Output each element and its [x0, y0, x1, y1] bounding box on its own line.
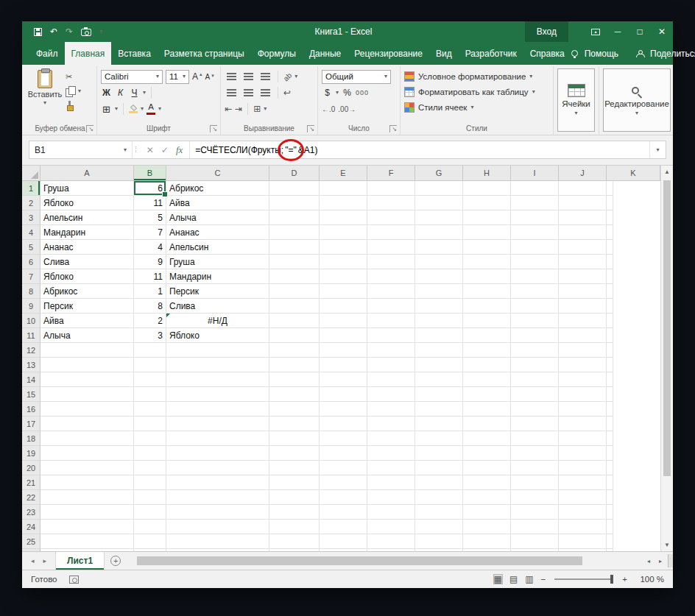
font-name-dropdown-icon[interactable]: ▾ [156, 74, 159, 79]
cell-C15[interactable] [166, 387, 269, 402]
cell-H3[interactable] [463, 210, 511, 225]
cell-G9[interactable] [415, 299, 463, 314]
cell-F24[interactable] [367, 520, 415, 534]
name-box[interactable]: B1 ▾ [29, 141, 133, 158]
cell-J16[interactable] [559, 402, 607, 417]
cell-K4[interactable] [607, 225, 613, 240]
cell-B21[interactable] [134, 475, 166, 490]
row-header-2[interactable]: 2 [22, 196, 40, 210]
cell-K13[interactable] [607, 358, 613, 372]
cell-J12[interactable] [559, 343, 607, 358]
cell-B20[interactable] [134, 461, 166, 475]
cell-G26[interactable] [415, 549, 463, 551]
cell-E22[interactable] [320, 490, 367, 505]
cell-D22[interactable] [269, 490, 320, 505]
page-layout-view-icon[interactable]: ▤ [509, 575, 518, 584]
cell-G1[interactable] [415, 181, 463, 196]
cell-E11[interactable] [320, 328, 367, 343]
font-size-combo[interactable]: 11 ▾ [166, 70, 189, 84]
paste-button[interactable]: Вставить ▾ [27, 68, 63, 112]
row-header-15[interactable]: 15 [22, 387, 40, 402]
cell-H1[interactable] [463, 181, 511, 196]
cell-B2[interactable]: 11 [134, 196, 166, 210]
cell-B1[interactable]: 6 [134, 181, 166, 196]
cell-K19[interactable] [607, 446, 613, 461]
cell-K17[interactable] [607, 417, 613, 431]
scroll-up-icon[interactable]: ▲ [661, 166, 673, 178]
cell-E8[interactable] [320, 284, 367, 299]
cell-C8[interactable]: Персик [166, 284, 269, 299]
cell-B22[interactable] [134, 490, 166, 505]
cell-I15[interactable] [511, 387, 559, 402]
cell-B10[interactable]: 2 [134, 314, 166, 328]
ribbon-tab-9[interactable]: Справка [523, 42, 571, 65]
row-header-12[interactable]: 12 [22, 343, 40, 358]
row-header-16[interactable]: 16 [22, 402, 40, 417]
font-size-dropdown-icon[interactable]: ▾ [183, 74, 186, 79]
thousands-separator-button[interactable]: 000 [356, 89, 369, 96]
formula-bar-drag-handle[interactable]: ⁞ [133, 146, 140, 154]
cell-B25[interactable] [134, 534, 166, 549]
cell-I19[interactable] [511, 446, 559, 461]
cell-H15[interactable] [463, 387, 511, 402]
minimize-button[interactable]: ─ [607, 21, 629, 42]
cell-J18[interactable] [559, 431, 607, 446]
ribbon-tab-1[interactable]: Главная [65, 42, 112, 65]
cell-A19[interactable] [40, 446, 134, 461]
cell-F5[interactable] [367, 240, 415, 255]
cell-B18[interactable] [134, 431, 166, 446]
cell-B23[interactable] [134, 505, 166, 520]
cell-H20[interactable] [463, 461, 511, 475]
cell-K9[interactable] [607, 299, 613, 314]
row-header-13[interactable]: 13 [22, 358, 40, 372]
cell-E6[interactable] [320, 255, 367, 269]
cell-A6[interactable]: Слива [40, 255, 134, 269]
cell-G3[interactable] [415, 210, 463, 225]
cell-I26[interactable] [511, 549, 559, 551]
cell-G20[interactable] [415, 461, 463, 475]
cell-A3[interactable]: Апельсин [40, 210, 134, 225]
cell-H19[interactable] [463, 446, 511, 461]
cell-D21[interactable] [269, 475, 320, 490]
cell-K26[interactable] [607, 549, 613, 551]
cell-I10[interactable] [511, 314, 559, 328]
cell-B24[interactable] [134, 520, 166, 534]
insert-function-icon[interactable]: fx [176, 144, 183, 156]
row-header-21[interactable]: 21 [22, 475, 40, 490]
cell-I12[interactable] [511, 343, 559, 358]
underline-dropdown-icon[interactable]: ▾ [143, 90, 146, 96]
cell-A13[interactable] [40, 358, 134, 372]
cell-C1[interactable]: Абрикос [166, 181, 269, 196]
column-header-C[interactable]: C [166, 166, 269, 180]
wrap-text-icon[interactable]: ↩ [283, 88, 291, 98]
qat-customize-icon[interactable]: ▾ [99, 29, 102, 35]
scroll-left-icon[interactable]: ◂ [643, 558, 655, 564]
currency-format-button[interactable]: $ [322, 88, 333, 97]
cell-J22[interactable] [559, 490, 607, 505]
cell-F9[interactable] [367, 299, 415, 314]
cell-D13[interactable] [269, 358, 320, 372]
column-header-K[interactable]: K [607, 166, 660, 180]
formula-input[interactable]: =СЧЁТЕСЛИ(Фрукты;"="&A1) [190, 145, 649, 155]
cell-J13[interactable] [559, 358, 607, 372]
undo-icon[interactable]: ↶ [50, 27, 57, 36]
cell-E16[interactable] [320, 402, 367, 417]
decrease-indent-icon[interactable]: ⇤ [225, 104, 232, 114]
add-sheet-button[interactable]: + [105, 552, 127, 570]
cell-D10[interactable] [269, 314, 320, 328]
cell-B11[interactable]: 3 [134, 328, 166, 343]
cell-H6[interactable] [463, 255, 511, 269]
align-right-button[interactable] [258, 87, 272, 99]
row-header-19[interactable]: 19 [22, 446, 40, 461]
save-icon[interactable] [34, 28, 42, 36]
cell-G16[interactable] [415, 402, 463, 417]
cell-A9[interactable]: Персик [40, 299, 134, 314]
zoom-in-button[interactable]: + [622, 575, 627, 584]
cell-D7[interactable] [269, 269, 320, 284]
cell-G15[interactable] [415, 387, 463, 402]
paste-dropdown-icon[interactable]: ▾ [43, 100, 46, 106]
cell-I17[interactable] [511, 417, 559, 431]
cell-B19[interactable] [134, 446, 166, 461]
alignment-dialog-launcher[interactable]: ↘ [307, 125, 314, 132]
ribbon-tab-3[interactable]: Разметка страницы [158, 42, 251, 65]
